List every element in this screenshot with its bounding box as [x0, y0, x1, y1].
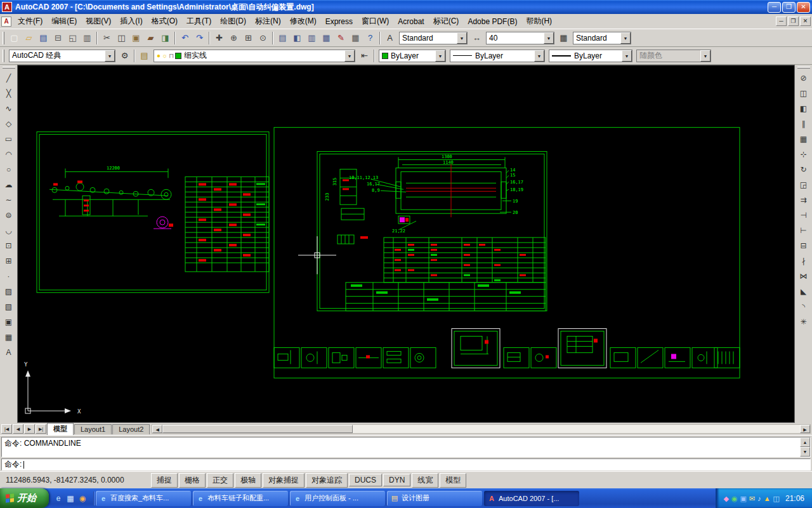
layer-combo[interactable]: ● ☼ ⊓ 细实线 ▼ [154, 50, 355, 62]
quicklaunch-show-desktop-icon[interactable]: ▦ [65, 493, 75, 504]
cut-icon[interactable]: ✂ [100, 30, 114, 45]
drawing-canvas[interactable]: 12200 [18, 65, 794, 422]
workspace-settings-icon[interactable]: ⚙ [117, 48, 132, 63]
crosshair-cursor[interactable] [298, 236, 336, 274]
fillet-icon[interactable]: ◝ [796, 299, 811, 314]
spline-icon[interactable]: ∼ [1, 192, 16, 208]
start-button[interactable]: 开始 [0, 488, 49, 508]
trim-icon[interactable]: ⊣ [796, 208, 811, 223]
drawing-area[interactable]: 12200 [17, 65, 795, 423]
scrollbar-thumb[interactable] [162, 425, 353, 433]
tray-shield-icon[interactable]: ▲ [764, 493, 771, 504]
table-icon[interactable]: ▦ [1, 330, 16, 345]
status-toggle-lwt[interactable]: 线宽 [412, 473, 438, 488]
undo-icon[interactable]: ↶ [178, 30, 192, 45]
menu-edit[interactable]: 编辑(E) [47, 14, 81, 29]
toolbar-grip[interactable] [797, 67, 810, 69]
table-style-icon[interactable]: ▦ [556, 30, 571, 45]
sheet-set-manager-icon[interactable]: ▦ [319, 30, 334, 45]
construction-line-icon[interactable]: ╳ [1, 86, 16, 101]
extend-icon[interactable]: ⊢ [796, 223, 811, 238]
revision-cloud-icon[interactable]: ☁ [1, 177, 16, 192]
ellipse-arc-icon[interactable]: ◡ [1, 223, 16, 238]
menu-modify[interactable]: 修改(M) [285, 14, 321, 29]
taskbar-clock[interactable]: 21:06 [785, 494, 804, 503]
block-editor-icon[interactable]: ◨ [158, 30, 173, 45]
minimize-button[interactable]: ─ [768, 2, 781, 13]
taskbar-task-autocad[interactable]: AAutoCAD 2007 - [... [484, 491, 579, 506]
quickcalc-icon[interactable]: ▦ [348, 30, 363, 45]
quicklaunch-ie-icon[interactable]: e [53, 493, 63, 504]
properties-icon[interactable]: ▤ [275, 30, 290, 45]
tray-net-icon[interactable]: ◫ [773, 493, 780, 504]
thumbnail-strip[interactable] [274, 329, 740, 368]
join-icon[interactable]: ⋈ [796, 269, 811, 284]
tab-model[interactable]: 模型 [47, 423, 74, 435]
multiline-text-icon[interactable]: A [1, 345, 16, 360]
erase-icon[interactable]: ⊘ [796, 70, 811, 86]
status-toggle-snap[interactable]: 捕捉 [151, 473, 178, 488]
chevron-down-icon[interactable]: ▼ [700, 50, 710, 62]
line-icon[interactable]: ╱ [1, 70, 16, 86]
pan-icon[interactable]: ✚ [212, 30, 226, 45]
menu-view[interactable]: 视图(V) [81, 14, 115, 29]
mirror-icon[interactable]: ◧ [796, 101, 811, 116]
break-icon[interactable]: ∤ [796, 253, 811, 269]
save-icon[interactable]: ▤ [36, 30, 51, 45]
layer-lock-icon[interactable]: ⊓ [169, 52, 174, 59]
status-toggle-otrack[interactable]: 对象追踪 [306, 473, 348, 488]
help-icon[interactable]: ? [363, 30, 377, 45]
stretch-icon[interactable]: ⇉ [796, 192, 811, 208]
quicklaunch-media-icon[interactable]: ◉ [77, 493, 88, 504]
menu-window[interactable]: 窗口(W) [357, 14, 393, 29]
close-button[interactable]: ✕ [797, 2, 810, 13]
dim-style-icon[interactable]: ↔ [469, 30, 484, 45]
child-close-button[interactable]: ✕ [800, 17, 811, 26]
tab-nav-last-icon[interactable]: ▶| [36, 424, 46, 434]
status-toggle-ducs[interactable]: DUCS [349, 474, 382, 486]
scroll-left-icon[interactable]: ◀ [152, 425, 162, 433]
linetype-combo[interactable]: ByLayer ▼ [450, 50, 545, 62]
insert-block-icon[interactable]: ⊡ [1, 238, 16, 253]
status-toggle-model[interactable]: 模型 [440, 473, 466, 488]
plot-icon[interactable]: ⊟ [51, 30, 65, 45]
command-input[interactable]: 命令: [1, 458, 811, 471]
tab-nav-prev-icon[interactable]: ◀ [13, 424, 23, 434]
paste-icon[interactable]: ▣ [129, 30, 143, 45]
roller-assembly[interactable] [372, 157, 511, 230]
chevron-down-icon[interactable]: ▼ [622, 50, 632, 62]
chevron-down-icon[interactable]: ▼ [534, 50, 544, 62]
explode-icon[interactable]: ✳ [796, 314, 811, 330]
circle-icon[interactable]: ○ [1, 162, 16, 177]
toolbar-grip[interactable] [3, 67, 15, 69]
qnew-icon[interactable]: ▢ [7, 30, 22, 45]
plot-style-combo[interactable]: 随颜色 ▼ [636, 50, 711, 62]
taskbar-task-design-album[interactable]: ▤设计图册 [387, 491, 482, 506]
layer-properties-manager-icon[interactable]: ▤ [137, 48, 152, 63]
chevron-down-icon[interactable]: ▼ [105, 50, 115, 62]
chevron-down-icon[interactable]: ▼ [620, 32, 631, 44]
polygon-icon[interactable]: ◇ [1, 116, 16, 131]
tab-layout1[interactable]: Layout1 [74, 424, 112, 434]
hatch-icon[interactable]: ▨ [1, 284, 16, 299]
left-elevation-view[interactable] [49, 168, 171, 229]
array-icon[interactable]: ▦ [796, 131, 811, 147]
text-style-combo[interactable]: Standard ▼ [399, 32, 468, 44]
zoom-realtime-icon[interactable]: ⊕ [226, 30, 241, 45]
chamfer-icon[interactable]: ◣ [796, 284, 811, 299]
copy-object-icon[interactable]: ◫ [796, 86, 811, 101]
status-toggle-polar[interactable]: 极轴 [235, 473, 261, 488]
command-scrollbar[interactable]: ▲ ▼ [800, 438, 810, 457]
layer-freeze-sun-icon[interactable]: ☼ [162, 52, 167, 59]
zoom-previous-icon[interactable]: ⊙ [256, 30, 270, 45]
region-icon[interactable]: ▣ [1, 314, 16, 330]
tab-layout2[interactable]: Layout2 [112, 424, 150, 434]
workspace-combo[interactable]: AutoCAD 经典 ▼ [9, 50, 115, 62]
polyline-icon[interactable]: ∿ [1, 101, 16, 116]
menu-acrobat[interactable]: Acrobat [393, 15, 428, 28]
rotate-icon[interactable]: ↻ [796, 162, 811, 177]
gradient-icon[interactable]: ▧ [1, 299, 16, 314]
menu-express[interactable]: Express [321, 15, 357, 28]
status-toggle-osnap[interactable]: 对象捕捉 [263, 473, 304, 488]
scroll-up-icon[interactable]: ▲ [800, 438, 810, 447]
